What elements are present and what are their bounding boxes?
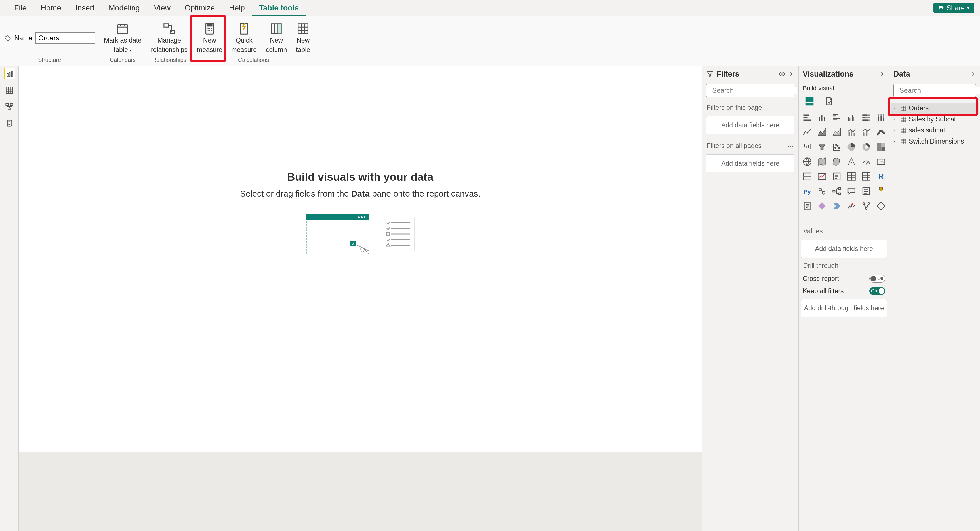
- viz-waterfall[interactable]: [801, 141, 813, 153]
- table-icon: [900, 127, 907, 134]
- viz-donut[interactable]: [860, 141, 872, 153]
- calculator-icon: [203, 22, 216, 35]
- viz-map[interactable]: [801, 156, 813, 168]
- tab-insert[interactable]: Insert: [68, 0, 102, 16]
- table-orders[interactable]: › Orders: [891, 103, 979, 114]
- more-icon[interactable]: ⋯: [788, 104, 794, 111]
- viz-multirow-card[interactable]: [801, 170, 813, 183]
- values-well[interactable]: Add data fields here: [801, 240, 887, 258]
- viz-stacked-area[interactable]: [830, 126, 843, 138]
- viz-azure-map[interactable]: [845, 156, 858, 168]
- viz-r[interactable]: R: [875, 170, 887, 183]
- viz-area[interactable]: [816, 126, 828, 138]
- report-canvas[interactable]: Build visuals with your data Select or d…: [19, 66, 702, 531]
- viz-100-stacked-bar[interactable]: [860, 111, 872, 124]
- page-tabs-strip[interactable]: [19, 452, 702, 531]
- viz-card[interactable]: 123: [875, 156, 887, 168]
- viz-treemap[interactable]: [875, 141, 887, 153]
- viz-key-influencers[interactable]: [816, 185, 828, 197]
- filters-on-all-well[interactable]: Add data fields here: [706, 154, 794, 172]
- svg-rect-42: [803, 120, 811, 121]
- viz-ribbon[interactable]: [875, 126, 887, 138]
- share-button[interactable]: Share ▾: [934, 3, 974, 13]
- filters-search-input[interactable]: [712, 86, 797, 94]
- viz-filled-map[interactable]: [816, 156, 828, 168]
- viz-power-automate[interactable]: [830, 200, 843, 212]
- viz-stacked-bar[interactable]: [801, 111, 813, 124]
- tab-view[interactable]: View: [147, 0, 178, 16]
- viz-gauge[interactable]: [860, 156, 872, 168]
- viz-clustered-column[interactable]: [845, 111, 858, 124]
- more-icon[interactable]: ⋯: [788, 142, 794, 150]
- viz-stacked-column[interactable]: [816, 111, 828, 124]
- table-sales-subcat[interactable]: › sales subcat: [891, 125, 979, 136]
- viz-table[interactable]: [845, 170, 858, 183]
- viz-decomposition-tree[interactable]: [830, 185, 843, 197]
- svg-rect-91: [803, 173, 811, 176]
- share-label: Share: [947, 4, 965, 12]
- viz-sparkline[interactable]: [860, 200, 872, 212]
- table-sales-by-subcat[interactable]: › Sales by Subcat: [891, 114, 979, 125]
- collapse-visualizations-button[interactable]: [879, 71, 885, 77]
- tab-help[interactable]: Help: [222, 0, 252, 16]
- svg-rect-19: [6, 87, 13, 94]
- tab-home[interactable]: Home: [34, 0, 68, 16]
- quick-measure-button[interactable]: Quick measure: [230, 21, 258, 55]
- viz-clustered-bar[interactable]: [830, 111, 843, 124]
- viz-smart-narrative[interactable]: [860, 185, 872, 197]
- viz-shape-map[interactable]: [830, 156, 843, 168]
- collapse-data-button[interactable]: [970, 71, 976, 77]
- format-visual-tab[interactable]: [822, 95, 835, 108]
- viz-qna[interactable]: [845, 185, 858, 197]
- drill-through-well[interactable]: Add drill-through fields here: [801, 299, 887, 317]
- viz-kpi[interactable]: [816, 170, 828, 183]
- dax-query-view-button[interactable]: [4, 118, 15, 129]
- mark-as-date-table-button[interactable]: Mark as date table ▾: [102, 21, 143, 55]
- viz-line-clustered-column[interactable]: [860, 126, 872, 138]
- collapse-filters-button[interactable]: [788, 71, 794, 77]
- new-table-button[interactable]: New table: [294, 21, 312, 55]
- viz-funnel[interactable]: [816, 141, 828, 153]
- build-visual-tab[interactable]: [803, 95, 816, 108]
- keep-filters-toggle[interactable]: On: [869, 287, 885, 295]
- eye-icon[interactable]: [778, 71, 785, 78]
- table-name-input[interactable]: [35, 32, 95, 44]
- filters-on-page-well[interactable]: Add data fields here: [706, 116, 794, 134]
- svg-rect-39: [805, 97, 814, 105]
- viz-line[interactable]: [801, 126, 813, 138]
- tab-table-tools[interactable]: Table tools: [252, 0, 306, 16]
- viz-python[interactable]: Py: [801, 185, 813, 197]
- data-search[interactable]: [894, 84, 976, 97]
- svg-point-80: [835, 144, 837, 146]
- more-visuals-button[interactable]: · · ·: [799, 215, 889, 226]
- table-switch-dimensions[interactable]: › Switch Dimensions: [891, 136, 979, 147]
- report-view-button[interactable]: [4, 68, 15, 79]
- svg-rect-84: [877, 143, 881, 151]
- viz-anomaly[interactable]: [845, 200, 858, 212]
- viz-goals[interactable]: [875, 185, 887, 197]
- tab-file[interactable]: File: [7, 0, 34, 16]
- viz-pie[interactable]: [845, 141, 858, 153]
- viz-power-apps[interactable]: [816, 200, 828, 212]
- model-view-button[interactable]: [4, 101, 15, 112]
- tab-modeling[interactable]: Modeling: [102, 0, 147, 16]
- viz-line-stacked-column[interactable]: [845, 126, 858, 138]
- manage-relationships-button[interactable]: Manage relationships: [149, 21, 189, 55]
- viz-100-stacked-column[interactable]: [875, 111, 887, 124]
- viz-matrix[interactable]: [860, 170, 872, 183]
- viz-slicer[interactable]: [830, 170, 843, 183]
- chevron-right-icon: ›: [894, 138, 898, 145]
- viz-scatter[interactable]: [830, 141, 843, 153]
- viz-get-more[interactable]: [875, 200, 887, 212]
- tab-optimize[interactable]: Optimize: [178, 0, 222, 16]
- new-measure-button[interactable]: New measure: [195, 21, 224, 55]
- cross-report-toggle[interactable]: Off: [869, 275, 885, 283]
- viz-paginated-report[interactable]: [801, 200, 813, 212]
- data-search-input[interactable]: [899, 86, 980, 94]
- svg-rect-1: [118, 25, 128, 33]
- data-view-button[interactable]: [4, 84, 15, 96]
- svg-rect-71: [866, 130, 867, 135]
- svg-point-37: [781, 73, 783, 75]
- new-column-button[interactable]: New column: [264, 21, 288, 55]
- filters-search[interactable]: [706, 84, 794, 97]
